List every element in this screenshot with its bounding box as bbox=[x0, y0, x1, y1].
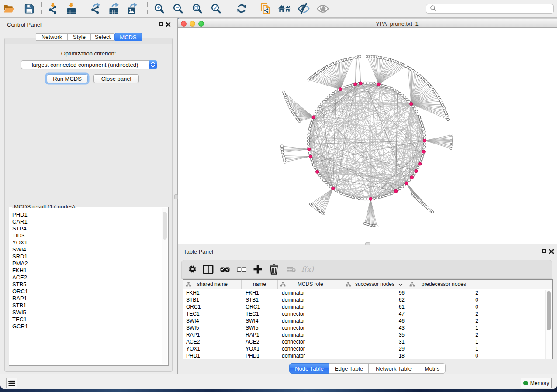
search-box[interactable] bbox=[426, 4, 554, 14]
cell-mcds_role[interactable]: dominator bbox=[282, 303, 305, 310]
export-network-button[interactable] bbox=[90, 3, 102, 15]
table-row-PHD1[interactable]: PHD1PHD1dominator180 bbox=[183, 352, 552, 359]
cell-successor_nodes[interactable]: 29 bbox=[370, 345, 405, 352]
mcds-result-item[interactable]: FKH1 bbox=[10, 267, 168, 274]
cell-predecessor_nodes[interactable]: 0 bbox=[443, 352, 478, 359]
cell-predecessor_nodes[interactable]: 2 bbox=[443, 289, 478, 296]
mcds-result-item[interactable]: STB5 bbox=[10, 281, 168, 288]
cell-predecessor_nodes[interactable]: 1 bbox=[443, 338, 478, 345]
sort-chevron-icon[interactable] bbox=[398, 283, 403, 286]
cell-predecessor_nodes[interactable]: 2 bbox=[443, 310, 478, 317]
cell-mcds_role[interactable]: dominator bbox=[282, 289, 305, 296]
cell-shared_name[interactable]: ACE2 bbox=[186, 338, 200, 345]
cell-name[interactable]: RAP1 bbox=[246, 331, 259, 338]
table-row-RAP1[interactable]: RAP1RAP1dominator352 bbox=[183, 331, 552, 338]
table-row-SWI5[interactable]: SWI5SWI5connector431 bbox=[183, 324, 552, 331]
mcds-result-item[interactable]: YOX1 bbox=[10, 239, 168, 246]
search-input[interactable] bbox=[437, 5, 553, 13]
clone-network-button[interactable] bbox=[259, 3, 271, 15]
float-panel-button[interactable] bbox=[159, 22, 163, 26]
mcds-result-item[interactable]: RAP1 bbox=[10, 295, 168, 302]
cell-predecessor_nodes[interactable]: 2 bbox=[443, 331, 478, 338]
column-header-shared_name[interactable]: shared name bbox=[183, 280, 242, 289]
cell-name[interactable]: ORC1 bbox=[246, 303, 260, 310]
cell-predecessor_nodes[interactable]: 0 bbox=[443, 296, 478, 303]
delete-button[interactable] bbox=[266, 265, 281, 275]
mcds-result-item[interactable]: TEC1 bbox=[10, 316, 168, 323]
mcds-result-item[interactable]: PMA2 bbox=[10, 260, 168, 267]
table-scrollbar[interactable] bbox=[545, 290, 552, 359]
mcds-result-item[interactable]: SWI4 bbox=[10, 246, 168, 253]
column-header-successor_nodes[interactable]: successor nodes bbox=[343, 280, 407, 289]
cell-successor_nodes[interactable]: 46 bbox=[370, 317, 405, 324]
task-history-button[interactable] bbox=[6, 378, 17, 388]
show-panel-button[interactable] bbox=[317, 3, 329, 15]
split-panel-button[interactable] bbox=[201, 265, 215, 275]
close-panel-button[interactable] bbox=[166, 22, 171, 27]
horizontal-splitter-grip[interactable] bbox=[365, 242, 370, 245]
cell-mcds_role[interactable]: dominator bbox=[282, 331, 305, 338]
cell-mcds_role[interactable]: connector bbox=[282, 324, 305, 331]
save-button[interactable] bbox=[23, 3, 35, 15]
cell-shared_name[interactable]: YOX1 bbox=[186, 345, 200, 352]
add-button[interactable] bbox=[250, 265, 265, 275]
zoom-in-button[interactable] bbox=[153, 3, 165, 15]
tab-mcds[interactable]: MCDS bbox=[114, 33, 142, 41]
tab-motifs[interactable]: Motifs bbox=[419, 363, 446, 374]
cell-name[interactable]: SWI5 bbox=[246, 324, 258, 331]
table-row-FKH1[interactable]: FKH1FKH1dominator962 bbox=[183, 289, 552, 296]
table-row-STB1[interactable]: STB1STB1dominator620 bbox=[183, 296, 552, 303]
table-row-ACE2[interactable]: ACE2ACE2connector311 bbox=[183, 338, 552, 345]
cell-shared_name[interactable]: SWI5 bbox=[186, 324, 199, 331]
cell-mcds_role[interactable]: connector bbox=[282, 338, 305, 345]
gear-button[interactable] bbox=[185, 265, 200, 275]
mcds-result-item[interactable]: SWI5 bbox=[10, 309, 168, 316]
tab-style[interactable]: Style bbox=[68, 33, 91, 41]
mcds-result-item[interactable]: SRD1 bbox=[10, 253, 168, 260]
mcds-result-item[interactable]: ACE2 bbox=[10, 274, 168, 281]
import-table-button[interactable] bbox=[65, 3, 77, 15]
zoom-selected-button[interactable] bbox=[210, 3, 222, 15]
mcds-result-item[interactable]: TID3 bbox=[10, 232, 168, 239]
cell-name[interactable]: FKH1 bbox=[246, 289, 259, 296]
cell-name[interactable]: TEC1 bbox=[246, 310, 259, 317]
cell-successor_nodes[interactable]: 35 bbox=[370, 331, 405, 338]
cell-shared_name[interactable]: ORC1 bbox=[186, 303, 201, 310]
tab-node-table[interactable]: Node Table bbox=[289, 363, 329, 374]
network-graph[interactable] bbox=[178, 28, 557, 244]
zoom-out-button[interactable] bbox=[172, 3, 184, 15]
select-all-button[interactable] bbox=[218, 265, 232, 275]
cell-predecessor_nodes[interactable]: 1 bbox=[443, 324, 478, 331]
mcds-result-item[interactable]: CAR1 bbox=[10, 218, 168, 225]
vertical-splitter-grip[interactable] bbox=[174, 194, 178, 199]
zoom-fit-button[interactable] bbox=[191, 3, 203, 15]
criterion-dropdown[interactable]: largest connected component (undirected) bbox=[21, 60, 157, 69]
tab-network[interactable]: Network bbox=[36, 33, 68, 41]
hide-panel-button[interactable] bbox=[298, 3, 310, 15]
refresh-button[interactable] bbox=[235, 3, 248, 15]
column-header-predecessor_nodes[interactable]: predecessor nodes bbox=[407, 280, 481, 289]
cell-shared_name[interactable]: SWI4 bbox=[186, 317, 199, 324]
mcds-list-scrollbar[interactable] bbox=[162, 208, 167, 364]
table-row-TEC1[interactable]: TEC1TEC1connector472 bbox=[183, 310, 552, 317]
mcds-result-item[interactable]: STB1 bbox=[10, 302, 168, 309]
tab-network-table[interactable]: Network Table bbox=[369, 363, 419, 374]
export-image-button[interactable] bbox=[127, 3, 139, 15]
mcds-list-scrollbar-thumb[interactable] bbox=[163, 212, 167, 240]
mcds-result-item[interactable]: PHD1 bbox=[10, 211, 168, 218]
cell-predecessor_nodes[interactable]: 2 bbox=[443, 317, 478, 324]
cell-mcds_role[interactable]: dominator bbox=[282, 352, 305, 359]
memory-button[interactable]: Memory bbox=[521, 378, 552, 388]
show-all-networks-button[interactable] bbox=[278, 3, 291, 15]
import-network-button[interactable] bbox=[46, 3, 59, 15]
cell-shared_name[interactable]: PHD1 bbox=[186, 352, 200, 359]
cell-shared_name[interactable]: FKH1 bbox=[186, 289, 200, 296]
mcds-result-item[interactable]: GCR1 bbox=[10, 323, 168, 330]
cell-predecessor_nodes[interactable]: 1 bbox=[443, 345, 478, 352]
cell-successor_nodes[interactable]: 61 bbox=[370, 303, 405, 310]
network-canvas[interactable] bbox=[178, 28, 557, 244]
cell-mcds_role[interactable]: dominator bbox=[282, 296, 305, 303]
mcds-result-item[interactable]: STP4 bbox=[10, 225, 168, 232]
cell-name[interactable]: STB1 bbox=[246, 296, 259, 303]
table-row-ORC1[interactable]: ORC1ORC1dominator610 bbox=[183, 303, 552, 310]
